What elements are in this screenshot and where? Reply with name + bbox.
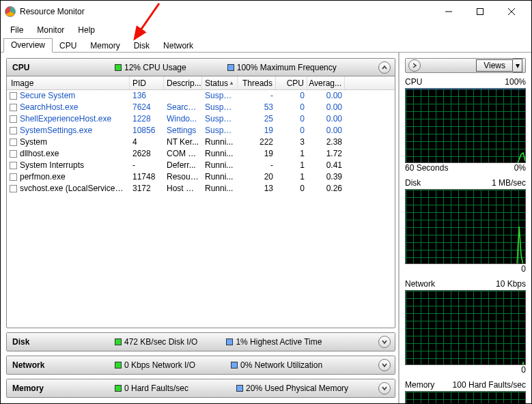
memory-panel-header[interactable]: Memory 0 Hard Faults/sec 20% Used Physic… bbox=[7, 379, 395, 397]
menu-help[interactable]: Help bbox=[71, 24, 102, 36]
cell-threads: 13 bbox=[238, 183, 276, 194]
row-checkbox[interactable] bbox=[10, 104, 17, 111]
col-pid[interactable]: PID bbox=[130, 76, 164, 89]
cell-image: ShellExperienceHost.exe bbox=[20, 114, 111, 124]
cell-desc: Windo... bbox=[164, 113, 202, 125]
right-toolbar: Views ▾ bbox=[405, 58, 526, 73]
col-descrip[interactable]: Descrip... bbox=[164, 76, 202, 89]
tab-cpu[interactable]: CPU bbox=[53, 40, 83, 53]
memory-panel-title: Memory bbox=[12, 384, 94, 393]
memory-used-text: 20% Used Physical Memory bbox=[246, 384, 348, 393]
cell-avg: 0.00 bbox=[307, 113, 345, 125]
tab-overview[interactable]: Overview bbox=[3, 38, 53, 53]
cell-status: Runni... bbox=[202, 148, 238, 160]
cell-desc: Deferr... bbox=[164, 160, 202, 171]
table-row[interactable]: svchost.exe (LocalServiceNo...3172Host P… bbox=[7, 183, 395, 194]
chart-disk-title: Disk bbox=[405, 178, 421, 188]
cell-pid: 3172 bbox=[130, 183, 164, 194]
cpu-table-body[interactable]: Secure System136Suspe...-00.00SearchHost… bbox=[7, 90, 395, 328]
col-image[interactable]: Image bbox=[7, 76, 130, 89]
cell-status: Runni... bbox=[202, 160, 238, 171]
table-row[interactable]: SearchHost.exe7624Search...Suspe...5300.… bbox=[7, 102, 395, 113]
cell-desc: Search... bbox=[164, 102, 202, 113]
cell-cpu: 0 bbox=[276, 113, 307, 125]
maximize-button[interactable] bbox=[464, 1, 496, 22]
menu-monitor[interactable]: Monitor bbox=[30, 24, 71, 36]
cell-desc: Host Pr... bbox=[164, 183, 202, 194]
col-threads[interactable]: Threads bbox=[238, 76, 276, 89]
chart-network: Network10 Kbps 0 bbox=[405, 278, 526, 376]
row-checkbox[interactable] bbox=[10, 115, 17, 123]
col-averag[interactable]: Averag... bbox=[307, 76, 345, 89]
chart-disk: Disk1 MB/sec 0 bbox=[405, 177, 526, 275]
tab-memory[interactable]: Memory bbox=[83, 40, 126, 53]
cpu-usage-icon bbox=[115, 64, 122, 71]
tab-disk[interactable]: Disk bbox=[127, 40, 156, 53]
svg-rect-1 bbox=[477, 9, 484, 15]
row-checkbox[interactable] bbox=[10, 173, 17, 181]
row-checkbox[interactable] bbox=[10, 92, 17, 100]
network-io-text: 0 Kbps Network I/O bbox=[124, 360, 195, 370]
chart-cpu-min: 0% bbox=[514, 163, 526, 173]
expand-button[interactable] bbox=[378, 336, 391, 348]
expand-button[interactable] bbox=[378, 382, 391, 394]
cell-threads: - bbox=[238, 160, 276, 171]
col-status[interactable]: Status▲ bbox=[202, 76, 238, 89]
close-button[interactable] bbox=[496, 1, 527, 22]
collapse-button[interactable] bbox=[378, 61, 391, 74]
row-checkbox[interactable] bbox=[10, 139, 17, 146]
cpu-table: Image PID Descrip... Status▲ Threads CPU… bbox=[7, 76, 395, 328]
views-split-button[interactable]: Views ▾ bbox=[476, 59, 522, 72]
table-row[interactable]: dllhost.exe2628COM S...Runni...1911.72 bbox=[7, 148, 395, 160]
table-row[interactable]: SystemSettings.exe10856SettingsSuspe...1… bbox=[7, 125, 395, 136]
menu-file[interactable]: File bbox=[3, 24, 30, 36]
cell-avg: 0.00 bbox=[307, 102, 345, 113]
cell-pid: 7624 bbox=[130, 102, 164, 113]
cell-status: Runni... bbox=[202, 136, 238, 148]
chart-memory-title: Memory bbox=[405, 380, 434, 390]
cell-image: dllhost.exe bbox=[20, 149, 59, 158]
network-panel-header[interactable]: Network 0 Kbps Network I/O 0% Network Ut… bbox=[7, 356, 395, 374]
cell-avg: 2.38 bbox=[307, 136, 345, 148]
row-checkbox[interactable] bbox=[10, 162, 17, 169]
chart-cpu-xlabel: 60 Seconds bbox=[405, 163, 448, 173]
collapse-right-button[interactable] bbox=[408, 59, 421, 72]
disk-panel-header[interactable]: Disk 472 KB/sec Disk I/O 1% Highest Acti… bbox=[7, 333, 395, 351]
cell-pid: 11748 bbox=[130, 171, 164, 183]
memory-panel: Memory 0 Hard Faults/sec 20% Used Physic… bbox=[6, 379, 395, 398]
chart-disk-max: 1 MB/sec bbox=[492, 178, 526, 188]
cell-cpu: 0 bbox=[276, 183, 307, 194]
cell-desc: Settings bbox=[164, 125, 202, 136]
cell-threads: 53 bbox=[238, 102, 276, 113]
cell-status: Runni... bbox=[202, 183, 238, 194]
cell-image: System bbox=[20, 137, 47, 147]
network-util-text: 0% Network Utilization bbox=[240, 360, 322, 370]
chart-network-max: 10 Kbps bbox=[496, 279, 526, 289]
memory-faults-text: 0 Hard Faults/sec bbox=[124, 384, 188, 393]
row-checkbox[interactable] bbox=[10, 127, 17, 134]
cell-status: Runni... bbox=[202, 171, 238, 183]
table-row[interactable]: ShellExperienceHost.exe1228Windo...Suspe… bbox=[7, 113, 395, 125]
views-dropdown-icon[interactable]: ▾ bbox=[513, 59, 522, 72]
cpu-panel-header[interactable]: CPU 12% CPU Usage 100% Maximum Frequency bbox=[7, 59, 395, 76]
sort-arrow-up-icon: ▲ bbox=[229, 80, 234, 86]
row-checkbox[interactable] bbox=[10, 150, 17, 158]
cell-avg: 0.26 bbox=[307, 183, 345, 194]
table-row[interactable]: System4NT Ker...Runni...22232.38 bbox=[7, 136, 395, 148]
table-row[interactable]: System Interrupts-Deferr...Runni...-10.4… bbox=[7, 160, 395, 171]
tab-network[interactable]: Network bbox=[156, 40, 200, 53]
cpu-usage-text: 12% CPU Usage bbox=[124, 63, 186, 72]
cell-avg: 1.72 bbox=[307, 148, 345, 160]
table-row[interactable]: perfmon.exe11748Resour...Runni...2010.39 bbox=[7, 171, 395, 183]
chart-memory: Memory100 Hard Faults/sec bbox=[405, 379, 526, 403]
chart-cpu-max: 100% bbox=[505, 77, 526, 87]
minimize-button[interactable] bbox=[433, 1, 464, 22]
col-cpu[interactable]: CPU bbox=[276, 76, 307, 89]
cell-threads: - bbox=[238, 90, 276, 102]
views-label[interactable]: Views bbox=[476, 59, 513, 72]
expand-button[interactable] bbox=[378, 359, 391, 371]
cell-threads: 20 bbox=[238, 171, 276, 183]
table-row[interactable]: Secure System136Suspe...-00.00 bbox=[7, 90, 395, 102]
row-checkbox[interactable] bbox=[10, 185, 17, 192]
chart-network-canvas bbox=[405, 290, 526, 365]
